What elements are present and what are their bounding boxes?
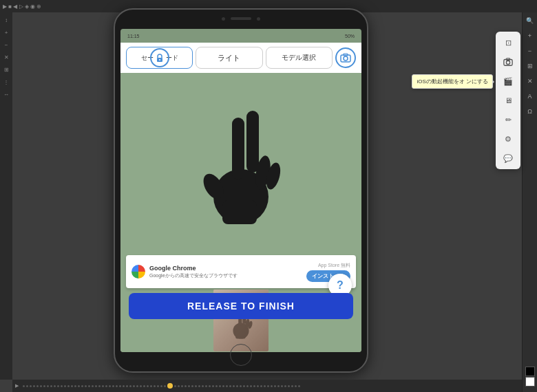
left-toolbar[interactable]: ↕ + − ✕ ⊞ ⋮ ↔ xyxy=(0,12,12,380)
left-icon-1[interactable]: ↕ xyxy=(1,15,11,25)
timeline-dot-66[interactable] xyxy=(253,385,255,387)
left-icon-7[interactable]: ↔ xyxy=(1,89,11,99)
timeline-dot-2[interactable] xyxy=(30,385,32,387)
timeline-dot-10[interactable] xyxy=(57,385,59,387)
floating-chat-icon[interactable]: 💬 xyxy=(501,151,515,165)
timeline-dot-51[interactable] xyxy=(202,385,204,387)
ipad-home-button[interactable] xyxy=(230,344,252,366)
timeline-dot-37[interactable] xyxy=(150,385,152,387)
timeline-dot-16[interactable] xyxy=(78,385,80,387)
timeline-dot-29[interactable] xyxy=(123,385,125,387)
nav-btn-light[interactable]: ライト xyxy=(196,47,262,69)
timeline-dot-30[interactable] xyxy=(126,385,128,387)
left-icon-5[interactable]: ⊞ xyxy=(1,65,11,74)
timeline-dot-7[interactable] xyxy=(47,385,49,387)
timeline-dot-63[interactable] xyxy=(243,385,245,387)
timeline-dot-35[interactable] xyxy=(143,385,145,387)
timeline-dot-11[interactable] xyxy=(61,385,63,387)
timeline-dot-33[interactable] xyxy=(136,385,138,387)
left-icon-3[interactable]: − xyxy=(1,40,11,50)
timeline-dot-32[interactable] xyxy=(133,385,135,387)
timeline-dot-60[interactable] xyxy=(233,385,235,387)
timeline-dot-24[interactable] xyxy=(105,385,107,387)
right-icon-text[interactable]: A xyxy=(525,91,536,102)
timeline-dot-79[interactable] xyxy=(298,385,300,387)
timeline-dot-65[interactable] xyxy=(250,385,252,387)
right-icon-close[interactable]: ✕ xyxy=(525,76,536,87)
timeline-dot-70[interactable] xyxy=(267,385,269,387)
timeline-dot-18[interactable] xyxy=(85,385,87,387)
timeline-dot-41[interactable] xyxy=(164,385,166,387)
timeline-dot-58[interactable] xyxy=(226,385,228,387)
timeline-dot-78[interactable] xyxy=(295,385,297,387)
nav-btn-security[interactable]: セー ード xyxy=(126,47,193,69)
timeline-dot-25[interactable] xyxy=(109,385,111,387)
right-icon-plus[interactable]: + xyxy=(525,30,536,41)
timeline-dot-20[interactable] xyxy=(92,385,94,387)
timeline-dot-28[interactable] xyxy=(119,385,121,387)
timeline-dot-6[interactable] xyxy=(43,385,45,387)
timeline-dot-71[interactable] xyxy=(271,385,273,387)
timeline-dot-57[interactable] xyxy=(222,385,224,387)
timeline-dot-62[interactable] xyxy=(240,385,242,387)
timeline-dot-39[interactable] xyxy=(157,385,159,387)
timeline-dot-5[interactable] xyxy=(40,385,42,387)
timeline-dot-46[interactable] xyxy=(185,385,187,387)
floating-edit-icon[interactable]: ✏ xyxy=(501,113,515,127)
timeline-dot-49[interactable] xyxy=(195,385,197,387)
floating-settings-icon[interactable]: ⚙ xyxy=(501,132,515,146)
timeline-dot-64[interactable] xyxy=(246,385,249,387)
timeline-dot-44[interactable] xyxy=(178,385,180,387)
ad-banner[interactable]: Google Chrome Googleからの高速で安全なブラウザです App … xyxy=(126,255,356,288)
right-icon-grid[interactable]: ⊞ xyxy=(525,61,536,72)
timeline-dot-55[interactable] xyxy=(215,385,218,387)
timeline-dot-17[interactable] xyxy=(81,385,83,387)
timeline-dot-42[interactable] xyxy=(167,383,173,389)
timeline-dot-59[interactable] xyxy=(229,385,231,387)
swatch-black[interactable] xyxy=(525,367,535,376)
timeline-dot-73[interactable] xyxy=(277,385,280,387)
timeline-dot-12[interactable] xyxy=(64,385,66,387)
left-icon-4[interactable]: ✕ xyxy=(1,52,11,62)
nav-btn-camera[interactable] xyxy=(335,47,356,68)
timeline-dot-74[interactable] xyxy=(281,385,283,387)
timeline-dot-50[interactable] xyxy=(198,385,200,387)
timeline-area[interactable]: ▶ // Generate timeline dots const tl = d… xyxy=(12,380,522,392)
floating-expand-icon[interactable]: ⊡ xyxy=(501,36,515,50)
floating-camera-icon[interactable] xyxy=(501,55,515,69)
timeline-dot-76[interactable] xyxy=(288,385,290,387)
timeline-dot-3[interactable] xyxy=(33,385,35,387)
timeline-dot-67[interactable] xyxy=(257,385,259,387)
timeline-dot-52[interactable] xyxy=(205,385,207,387)
timeline-dot-1[interactable] xyxy=(26,385,28,387)
right-icon-omega[interactable]: Ω xyxy=(525,106,536,117)
timeline-dot-48[interactable] xyxy=(191,385,193,387)
timeline-dot-38[interactable] xyxy=(154,385,156,387)
timeline-dot-9[interactable] xyxy=(54,385,56,387)
timeline-dot-19[interactable] xyxy=(88,385,90,387)
timeline-dot-69[interactable] xyxy=(264,385,266,387)
timeline-dot-68[interactable] xyxy=(260,385,262,387)
floating-screen-icon[interactable]: 🖥 xyxy=(501,94,515,107)
timeline-dot-13[interactable] xyxy=(67,385,70,387)
timeline-dot-14[interactable] xyxy=(71,385,73,387)
right-icon-search[interactable]: 🔍 xyxy=(525,15,536,26)
timeline-dot-0[interactable] xyxy=(23,385,25,387)
left-icon-6[interactable]: ⋮ xyxy=(1,77,11,87)
timeline-dot-43[interactable] xyxy=(174,385,176,387)
timeline-dot-23[interactable] xyxy=(102,385,104,387)
right-icon-minus[interactable]: − xyxy=(525,45,536,56)
left-icon-2[interactable]: + xyxy=(1,28,11,37)
timeline-dot-22[interactable] xyxy=(98,385,101,387)
timeline-dot-72[interactable] xyxy=(274,385,276,387)
timeline-dot-8[interactable] xyxy=(50,385,52,387)
timeline-dot-61[interactable] xyxy=(236,385,238,387)
timeline-dot-47[interactable] xyxy=(188,385,190,387)
timeline-dot-4[interactable] xyxy=(36,385,39,387)
timeline-dot-45[interactable] xyxy=(181,385,183,387)
timeline-dot-56[interactable] xyxy=(219,385,221,387)
nav-btn-model[interactable]: モデル選択 xyxy=(266,47,333,69)
timeline-dot-53[interactable] xyxy=(209,385,211,387)
timeline-dot-75[interactable] xyxy=(284,385,286,387)
timeline-dot-26[interactable] xyxy=(112,385,114,387)
